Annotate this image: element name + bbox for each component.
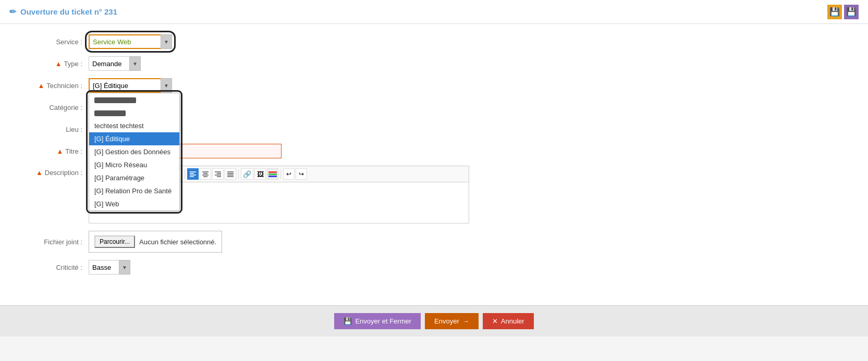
align-center2-btn[interactable] <box>200 168 211 180</box>
color-blue <box>268 176 277 177</box>
technicien-dropdown: techtest techtest [G] Éditique [G] Gesti… <box>89 93 180 211</box>
service-select-wrapper[interactable]: Service Web ▼ <box>89 34 172 49</box>
technicien-row: ▲ Technicien : [G] Éditique ▼ techtest t… <box>21 78 847 93</box>
envoyer-arrow-icon: → <box>462 317 469 325</box>
color-green <box>268 173 277 175</box>
file-box: Parcourir... Aucun fichier sélectionné. <box>89 231 222 253</box>
link-button[interactable]: 🔗 <box>241 168 253 180</box>
toolbar-sep4 <box>280 169 281 179</box>
annuler-x-icon: ✕ <box>492 317 498 325</box>
redacted-bar-2 <box>94 110 126 116</box>
dropdown-item-editique[interactable]: [G] Éditique <box>89 132 179 145</box>
fichier-label: Fichier joint : <box>21 238 89 246</box>
page-title: ✏ Ouverture du ticket n° 231 <box>9 7 117 17</box>
image-button[interactable]: 🖼 <box>254 168 266 180</box>
redo-button[interactable]: ↪ <box>296 168 307 180</box>
align-left-active-btn[interactable] <box>187 168 199 180</box>
criticite-select-wrapper[interactable]: Basse ▼ <box>89 260 130 275</box>
toolbar-sep3 <box>238 169 239 179</box>
titre-label: ▲ Titre : <box>21 147 89 155</box>
main-content: Service : Service Web ▼ ▲ Type : Demande… <box>0 24 868 305</box>
type-select-wrapper[interactable]: Demande ▼ <box>89 56 141 71</box>
categorie-label: Catégorie : <box>21 104 89 111</box>
browse-button[interactable]: Parcourir... <box>94 235 135 248</box>
color-red <box>268 171 277 173</box>
titre-warn-icon: ▲ <box>56 147 63 155</box>
redacted-bar-1 <box>94 97 136 103</box>
service-row: Service : Service Web ▼ <box>21 34 847 49</box>
service-select[interactable]: Service Web <box>89 34 172 49</box>
type-select[interactable]: Demande <box>89 56 141 71</box>
footer: 💾 Envoyer et Fermer Envoyer → ✕ Annuler <box>0 305 868 337</box>
dropdown-item-micro[interactable]: [G] Micro Réseau <box>89 158 179 171</box>
pencil-icon: ✏ <box>9 7 16 17</box>
envoyer-fermer-button[interactable]: 💾 Envoyer et Fermer <box>334 313 421 329</box>
type-label: ▲ Type : <box>21 60 89 68</box>
align-right2-btn[interactable] <box>212 168 224 180</box>
align-justify2-btn[interactable] <box>225 168 236 180</box>
criticite-select[interactable]: Basse <box>89 260 130 275</box>
header-actions: 💾 💾 <box>827 5 859 19</box>
technicien-warn-icon: ▲ <box>38 82 44 90</box>
lieu-label: Lieu : <box>21 126 89 133</box>
annuler-button[interactable]: ✕ Annuler <box>483 313 534 329</box>
technicien-select[interactable]: [G] Éditique <box>89 78 172 93</box>
technicien-select-wrapper[interactable]: [G] Éditique ▼ <box>89 78 172 93</box>
technicien-label: ▲ Technicien : <box>21 82 89 90</box>
description-label: ▲ Description : <box>21 166 89 177</box>
save-button[interactable]: 💾 <box>827 5 842 19</box>
criticite-row: Criticité : Basse ▼ <box>21 260 847 275</box>
no-file-text: Aucun fichier sélectionné. <box>139 238 216 246</box>
envoyer-button[interactable]: Envoyer → <box>425 313 479 329</box>
toolbar-sep2 <box>185 169 185 179</box>
type-warn-icon: ▲ <box>55 60 62 68</box>
dropdown-item-gestion[interactable]: [G] Gestion des Données <box>89 145 179 158</box>
save-close-button[interactable]: 💾 <box>844 5 859 19</box>
dropdown-item-parametrage[interactable]: [G] Paramétrage <box>89 171 179 184</box>
header: ✏ Ouverture du ticket n° 231 💾 💾 <box>0 0 868 24</box>
dropdown-item-redacted1[interactable] <box>89 93 179 106</box>
type-row: ▲ Type : Demande ▼ <box>21 56 847 71</box>
envoyer-fermer-floppy-icon: 💾 <box>344 317 352 325</box>
dropdown-item-techtest[interactable]: techtest techtest <box>89 119 179 132</box>
color-button[interactable] <box>267 168 278 180</box>
criticite-label: Criticité : <box>21 264 89 271</box>
service-label: Service : <box>21 38 89 46</box>
dropdown-item-web[interactable]: [G] Web <box>89 197 179 210</box>
undo-button[interactable]: ↩ <box>283 168 295 180</box>
description-warn-icon: ▲ <box>36 169 43 177</box>
dropdown-item-relation[interactable]: [G] Relation Pro de Santé <box>89 184 179 197</box>
dropdown-item-redacted2[interactable] <box>89 106 179 119</box>
fichier-row: Fichier joint : Parcourir... Aucun fichi… <box>21 231 847 253</box>
